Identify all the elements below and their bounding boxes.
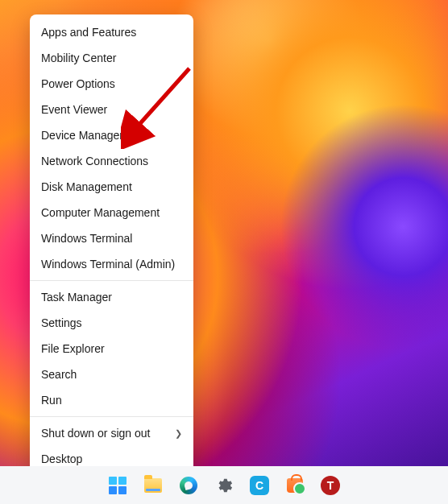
file-explorer-icon bbox=[144, 478, 162, 493]
menu-item-computer-management[interactable]: Computer Management bbox=[30, 200, 193, 225]
menu-item-network-connections[interactable]: Network Connections bbox=[30, 148, 193, 174]
menu-separator bbox=[30, 280, 193, 281]
menu-item-run[interactable]: Run bbox=[30, 387, 193, 413]
menu-item-windows-terminal[interactable]: Windows Terminal bbox=[30, 225, 193, 251]
menu-item-label: Settings bbox=[41, 316, 82, 330]
menu-item-apps-and-features[interactable]: Apps and Features bbox=[30, 19, 193, 45]
store-icon bbox=[287, 478, 303, 493]
menu-item-label: Device Manager bbox=[41, 128, 123, 143]
menu-item-label: Search bbox=[41, 367, 77, 382]
taskbar-t-app[interactable]: T bbox=[317, 473, 343, 498]
menu-item-label: Network Connections bbox=[41, 154, 148, 168]
taskbar-store[interactable] bbox=[282, 473, 308, 498]
t-app-letter: T bbox=[327, 479, 334, 492]
edge-icon bbox=[180, 477, 197, 494]
c-app-letter: C bbox=[255, 479, 263, 492]
start-icon bbox=[109, 477, 127, 494]
taskbar-settings[interactable] bbox=[211, 473, 237, 498]
menu-item-mobility-center[interactable]: Mobility Center bbox=[30, 45, 193, 71]
menu-item-label: Apps and Features bbox=[41, 25, 136, 39]
menu-item-file-explorer[interactable]: File Explorer bbox=[30, 336, 193, 361]
taskbar-file-explorer[interactable] bbox=[140, 473, 166, 498]
menu-item-search[interactable]: Search bbox=[30, 361, 193, 387]
c-app-icon: C bbox=[250, 476, 269, 495]
menu-item-label: Task Manager bbox=[41, 290, 112, 304]
menu-item-label: Event Viewer bbox=[41, 102, 107, 117]
taskbar-start[interactable] bbox=[105, 473, 131, 498]
settings-icon bbox=[215, 477, 233, 494]
menu-item-label: Shut down or sign out bbox=[41, 426, 150, 440]
menu-item-label: Mobility Center bbox=[41, 51, 116, 65]
menu-item-windows-terminal-admin[interactable]: Windows Terminal (Admin) bbox=[30, 251, 193, 277]
menu-item-label: Disk Management bbox=[41, 180, 132, 194]
menu-item-disk-management[interactable]: Disk Management bbox=[30, 174, 193, 200]
menu-item-task-manager[interactable]: Task Manager bbox=[30, 284, 193, 310]
menu-item-label: Desktop bbox=[41, 452, 82, 466]
menu-item-label: Power Options bbox=[41, 76, 115, 91]
menu-item-event-viewer[interactable]: Event Viewer bbox=[30, 97, 193, 122]
menu-item-label: Run bbox=[41, 393, 62, 407]
taskbar-edge[interactable] bbox=[176, 473, 201, 498]
winx-context-menu: Apps and Features Mobility Center Power … bbox=[30, 14, 193, 477]
menu-item-device-manager[interactable]: Device Manager bbox=[30, 122, 193, 148]
taskbar-c-app[interactable]: C bbox=[247, 473, 272, 498]
taskbar: C T bbox=[0, 466, 448, 504]
menu-item-shut-down[interactable]: Shut down or sign out ❯ bbox=[30, 420, 193, 446]
chevron-right-icon: ❯ bbox=[175, 426, 182, 440]
menu-item-label: Windows Terminal bbox=[41, 231, 132, 246]
menu-item-label: File Explorer bbox=[41, 341, 105, 356]
menu-separator bbox=[30, 416, 193, 417]
menu-item-label: Windows Terminal (Admin) bbox=[41, 257, 175, 271]
t-app-icon: T bbox=[321, 476, 340, 495]
menu-item-settings[interactable]: Settings bbox=[30, 310, 193, 336]
menu-item-power-options[interactable]: Power Options bbox=[30, 71, 193, 97]
menu-item-label: Computer Management bbox=[41, 205, 160, 220]
